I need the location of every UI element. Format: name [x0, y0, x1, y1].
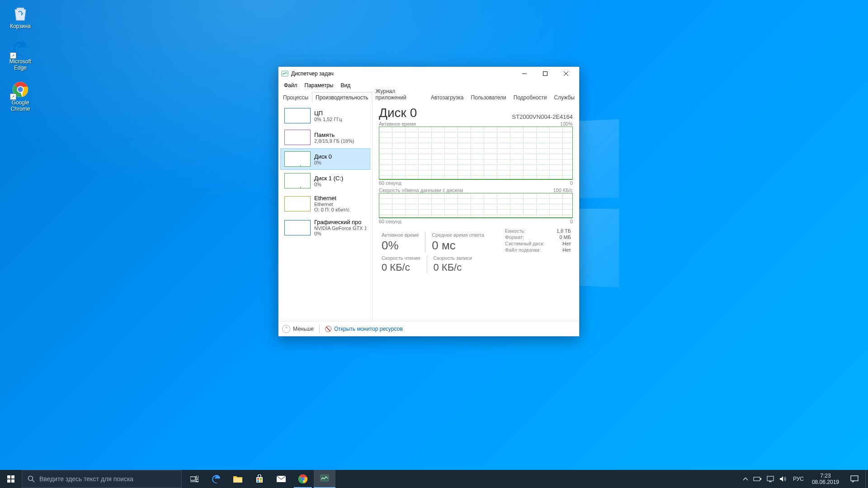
svg-rect-0: [17, 8, 24, 10]
desktop-icon-label: Корзина: [10, 23, 31, 30]
tab-startup[interactable]: Автозагрузка: [427, 92, 467, 102]
tray-language[interactable]: РУС: [789, 470, 807, 488]
action-center-button[interactable]: [844, 470, 865, 488]
chart2-xleft: 60 секунд: [379, 219, 401, 224]
main-title: Диск 0: [379, 106, 417, 120]
fewer-details-button[interactable]: Меньше: [293, 326, 314, 332]
edge-icon: [211, 474, 221, 484]
minimize-button[interactable]: [514, 67, 535, 80]
desktop-icon-chrome[interactable]: ↗ Google Chrome: [4, 80, 37, 113]
sidebar-item-disk1[interactable]: Диск 1 (C:)0%: [280, 170, 370, 192]
sidebar-item-label: Память: [314, 131, 354, 138]
svg-rect-13: [196, 479, 198, 482]
tab-users[interactable]: Пользователи: [467, 92, 509, 102]
taskbar-search[interactable]: [22, 470, 182, 488]
tab-services[interactable]: Службы: [551, 92, 578, 102]
stat-value: 0%: [382, 239, 419, 253]
disk-specs: Емкость:1,8 ТБ Формат:0 МБ Системный дис…: [505, 228, 573, 253]
svg-rect-18: [257, 480, 259, 482]
taskbar-mail[interactable]: [270, 470, 292, 488]
tab-processes[interactable]: Процессы: [279, 92, 312, 102]
tab-details[interactable]: Подробности: [510, 92, 551, 102]
chart1-label: Активное время: [379, 121, 416, 127]
sidebar-item-label: ЦП: [314, 110, 342, 117]
start-button[interactable]: [0, 470, 22, 488]
spec-value: Нет: [554, 241, 571, 246]
chart2-xright: 0: [570, 219, 573, 224]
desktop-icon-label: Google Chrome: [4, 100, 37, 113]
svg-rect-12: [196, 476, 198, 478]
sidebar-item-sub: 0%: [314, 182, 343, 187]
tray-date: 08.06.2019: [812, 479, 839, 485]
desktop-icon-recycle-bin[interactable]: Корзина: [4, 4, 37, 30]
sidebar-item-sub: 0% 1,52 ГГц: [314, 117, 342, 122]
chart1-xright: 0: [570, 180, 573, 186]
show-desktop-button[interactable]: [865, 470, 868, 488]
svg-rect-15: [233, 478, 242, 483]
stat-label: Активное время: [382, 232, 419, 238]
tray-network-icon[interactable]: [764, 470, 777, 488]
sidebar-item-disk0[interactable]: Диск 00%: [280, 148, 370, 170]
notification-icon: [850, 475, 859, 483]
tray-battery-icon[interactable]: [750, 470, 764, 488]
task-manager-window: Диспетчер задач Файл Параметры Вид Проце…: [278, 66, 580, 337]
svg-rect-26: [767, 476, 774, 481]
svg-rect-25: [760, 478, 761, 480]
svg-rect-16: [257, 478, 259, 480]
taskbar-explorer[interactable]: [227, 470, 249, 488]
tray-overflow-button[interactable]: [741, 470, 750, 488]
tray-volume-icon[interactable]: [777, 470, 789, 488]
tab-performance[interactable]: Производительность: [312, 92, 372, 102]
taskbar-task-manager[interactable]: [314, 470, 335, 488]
svg-rect-28: [851, 476, 858, 481]
recycle-bin-icon: [11, 4, 30, 23]
disk-thumb-icon: [284, 151, 311, 167]
menu-options[interactable]: Параметры: [301, 81, 337, 89]
open-resource-monitor-link[interactable]: Открыть монитор ресурсов: [334, 326, 403, 332]
spec-value: Нет: [554, 247, 571, 253]
stat-value: 0 КБ/с: [434, 262, 472, 273]
sidebar-item-label: Ethernet: [314, 195, 349, 202]
sidebar-item-cpu[interactable]: ЦП0% 1,52 ГГц: [280, 105, 370, 127]
tab-app-history[interactable]: Журнал приложений: [372, 86, 427, 102]
chrome-icon: ↗: [11, 80, 30, 99]
close-button[interactable]: [556, 67, 576, 80]
sidebar-item-memory[interactable]: Память2,8/15,9 ГБ (18%): [280, 127, 370, 148]
spec-value: 1,8 ТБ: [554, 228, 571, 234]
spec-value: 0 МБ: [554, 235, 571, 240]
sidebar-item-label: Диск 1 (C:): [314, 175, 343, 182]
active-time-chart: [379, 127, 573, 180]
sidebar-item-sub2: 0%: [314, 231, 366, 236]
taskbar-edge[interactable]: [205, 470, 227, 488]
spec-label: Емкость:: [505, 228, 550, 234]
svg-rect-17: [260, 478, 262, 480]
gpu-thumb-icon: [284, 220, 311, 235]
disk-thumb-icon: [284, 173, 311, 188]
resmon-icon: [325, 326, 331, 332]
task-view-button[interactable]: [184, 470, 205, 488]
task-manager-icon: [320, 474, 329, 483]
sidebar-item-ethernet[interactable]: EthernetEthernetО: 0 П: 0 кбит/с: [280, 192, 370, 216]
desktop-icon-edge[interactable]: ↗ Microsoft Edge: [4, 39, 37, 71]
search-input[interactable]: [39, 475, 176, 483]
svg-rect-6: [543, 72, 547, 76]
window-titlebar[interactable]: Диспетчер задач: [278, 67, 579, 80]
taskbar-store[interactable]: [249, 470, 270, 488]
menu-file[interactable]: Файл: [280, 81, 301, 89]
sidebar-item-sub: Ethernet: [314, 202, 349, 207]
sidebar-item-sub: 2,8/15,9 ГБ (18%): [314, 138, 354, 144]
svg-point-22: [301, 477, 305, 481]
edge-icon: ↗: [11, 39, 30, 58]
folder-icon: [233, 475, 243, 483]
chevron-up-icon[interactable]: ˄: [282, 325, 290, 333]
ethernet-thumb-icon: [284, 196, 311, 211]
menu-view[interactable]: Вид: [337, 81, 354, 89]
taskbar-chrome[interactable]: [292, 470, 314, 488]
sidebar-item-label: Диск 0: [314, 153, 332, 160]
stat-label: Скорость чтения: [382, 255, 420, 261]
sidebar-item-label: Графический про: [314, 219, 366, 225]
sidebar-item-gpu[interactable]: Графический проNVIDIA GeForce GTX 160%: [280, 216, 370, 239]
transfer-rate-chart: [379, 193, 573, 218]
maximize-button[interactable]: [535, 67, 556, 80]
tray-datetime[interactable]: 7:2308.06.2019: [807, 470, 844, 488]
